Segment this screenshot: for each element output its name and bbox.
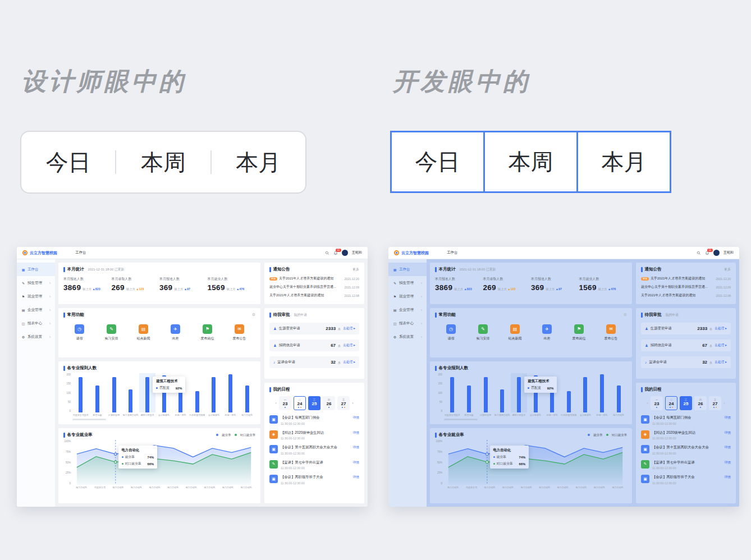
segment-this-month[interactable]: 本月 [212, 147, 305, 178]
notifications-bell-icon[interactable]: 11 [333, 251, 338, 255]
quick-action[interactable]: ◷请假 [435, 324, 467, 341]
approvals-tab-my-applications[interactable]: 我的申请 [294, 313, 307, 318]
quick-action[interactable]: ▤站点新闻 [127, 324, 159, 341]
approval-go-handle-link[interactable]: 去处理 ▸ [715, 360, 727, 365]
date-cell[interactable]: 二24 [665, 396, 677, 410]
event-detail-link[interactable]: 详情 [352, 430, 359, 435]
bar-column[interactable] [577, 373, 594, 412]
search-icon[interactable] [325, 251, 329, 255]
date-cell[interactable]: 三25 [308, 396, 320, 410]
customize-gear-icon[interactable]: ⚙ [252, 313, 255, 317]
segment-this-month[interactable]: 本月 [576, 131, 671, 193]
approval-go-handle-link[interactable]: 去处理 ▸ [715, 326, 727, 331]
bar-column[interactable] [189, 373, 205, 412]
approval-go-handle-link[interactable]: 去处理 ▸ [343, 343, 355, 348]
segment-this-week[interactable]: 本周 [116, 147, 210, 178]
bar-column[interactable] [610, 373, 627, 412]
quick-action[interactable]: ⚑发布岗位 [191, 324, 223, 341]
chart-scrollbar[interactable] [444, 419, 478, 420]
bar-column[interactable] [494, 373, 511, 412]
sidebar-item[interactable]: ▤企业管理› [388, 303, 427, 316]
bar-column[interactable] [477, 373, 494, 412]
sidebar-item[interactable]: ▦工作台 [388, 263, 427, 276]
sidebar-item[interactable]: ✎招生管理› [17, 276, 55, 290]
quick-action[interactable]: ◷请假 [63, 324, 95, 341]
bar-column[interactable] [222, 373, 239, 412]
notifications-bell-icon[interactable]: 11 [705, 251, 709, 255]
date-cell[interactable]: 五27 [337, 396, 350, 410]
quick-action[interactable]: ✎实习安排 [467, 324, 499, 341]
prev-dates-icon[interactable]: ‹ [275, 401, 277, 406]
event-detail-link[interactable]: 详情 [724, 445, 731, 450]
date-cell[interactable]: 二24 [294, 396, 306, 410]
bar-column[interactable] [122, 373, 139, 412]
approvals-tab-my-applications[interactable]: 我的申请 [666, 313, 679, 318]
approvals-tab-pending[interactable]: 待我审批 [645, 312, 662, 318]
event-detail-link[interactable]: 详情 [352, 445, 359, 450]
bar-column[interactable] [461, 373, 478, 412]
customize-gear-icon[interactable]: ⚙ [624, 313, 627, 317]
notice-item[interactable]: 置顶关于2021年人才培养方案建设的通知2021.12.20 [269, 274, 359, 283]
date-cell[interactable]: 四26 [694, 396, 707, 410]
date-cell[interactable]: 一23 [279, 396, 291, 410]
avatar[interactable] [713, 250, 720, 256]
event-detail-link[interactable]: 详情 [724, 475, 731, 480]
bar-column[interactable] [594, 373, 611, 412]
event-detail-link[interactable]: 详情 [724, 415, 731, 420]
search-icon[interactable] [697, 251, 701, 255]
next-dates-icon[interactable]: › [352, 401, 354, 406]
quick-action[interactable]: ✉发布公告 [223, 324, 255, 341]
topbar-tab-workbench[interactable]: 工作台 [447, 250, 458, 255]
event-detail-link[interactable]: 详情 [352, 460, 359, 465]
quick-action[interactable]: ▤站点新闻 [499, 324, 531, 341]
notice-item[interactable]: 关于2021年人才培养方案建设的通知2021.12.08 [269, 291, 359, 300]
sidebar-item[interactable]: ⚑就业管理› [388, 290, 427, 303]
bar-column[interactable] [89, 373, 106, 412]
notices-more-link[interactable]: 更多 [724, 267, 731, 272]
event-detail-link[interactable]: 详情 [352, 475, 359, 480]
segment-this-week[interactable]: 本周 [483, 131, 578, 193]
event-detail-link[interactable]: 详情 [724, 430, 731, 435]
approval-go-handle-link[interactable]: 去处理 ▸ [343, 360, 355, 365]
quick-action[interactable]: ✈出差 [531, 324, 563, 341]
sidebar-item[interactable]: ✎招生管理› [388, 276, 427, 290]
event-detail-link[interactable]: 详情 [724, 460, 731, 465]
notice-item[interactable]: 就业中心关于第十期职业素养训练营开营通...2021.12.09 [641, 283, 731, 291]
sidebar-item[interactable]: ◫报表中心› [388, 316, 427, 330]
next-dates-icon[interactable]: › [723, 401, 725, 406]
segment-today[interactable]: 今日 [21, 147, 115, 178]
sidebar-item[interactable]: ◫报表中心› [17, 316, 55, 330]
bar-column[interactable] [72, 373, 89, 412]
notices-more-link[interactable]: 更多 [352, 267, 359, 272]
event-detail-link[interactable]: 详情 [352, 415, 359, 420]
approvals-tab-pending[interactable]: 待我审批 [273, 312, 290, 318]
notice-item[interactable]: 就业中心关于第十期职业素养训练营开营通...2021.12.09 [269, 283, 359, 291]
quick-action[interactable]: ✈出差 [159, 324, 191, 341]
date-cell[interactable]: 四26 [323, 396, 335, 410]
notice-item[interactable]: 置顶关于2021年人才培养方案建设的通知2021.12.20 [641, 274, 731, 283]
sidebar-item[interactable]: ⚙系统设置› [388, 330, 427, 343]
quick-action[interactable]: ✎实习安排 [95, 324, 127, 341]
chart-scrollbar[interactable] [72, 419, 106, 420]
avatar[interactable] [342, 250, 348, 256]
sidebar-item[interactable]: ▤企业管理› [17, 303, 55, 316]
quick-action[interactable]: ✉发布公告 [595, 324, 627, 341]
segment-today[interactable]: 今日 [390, 131, 485, 193]
quick-action[interactable]: ⚑发布岗位 [563, 324, 595, 341]
approval-go-handle-link[interactable]: 去处理 ▸ [343, 326, 355, 331]
date-cell[interactable]: 一23 [651, 396, 663, 410]
bar-column[interactable] [106, 373, 122, 412]
notice-item[interactable]: 关于2021年人才培养方案建设的通知2021.12.08 [641, 291, 731, 300]
approval-go-handle-link[interactable]: 去处理 ▸ [715, 343, 727, 348]
bar-column[interactable] [560, 373, 577, 412]
date-cell[interactable]: 三25 [680, 396, 692, 410]
sidebar-item[interactable]: ⚙系统设置› [17, 330, 55, 343]
bar-column[interactable] [444, 373, 461, 412]
sidebar-item[interactable]: ⚑就业管理› [17, 290, 55, 303]
topbar-tab-workbench[interactable]: 工作台 [75, 250, 86, 255]
bar-column[interactable] [239, 373, 255, 412]
date-cell[interactable]: 五27 [709, 396, 721, 410]
sidebar-item[interactable]: ▦工作台 [17, 263, 55, 276]
bar-column[interactable] [205, 373, 222, 412]
prev-dates-icon[interactable]: ‹ [647, 401, 648, 406]
